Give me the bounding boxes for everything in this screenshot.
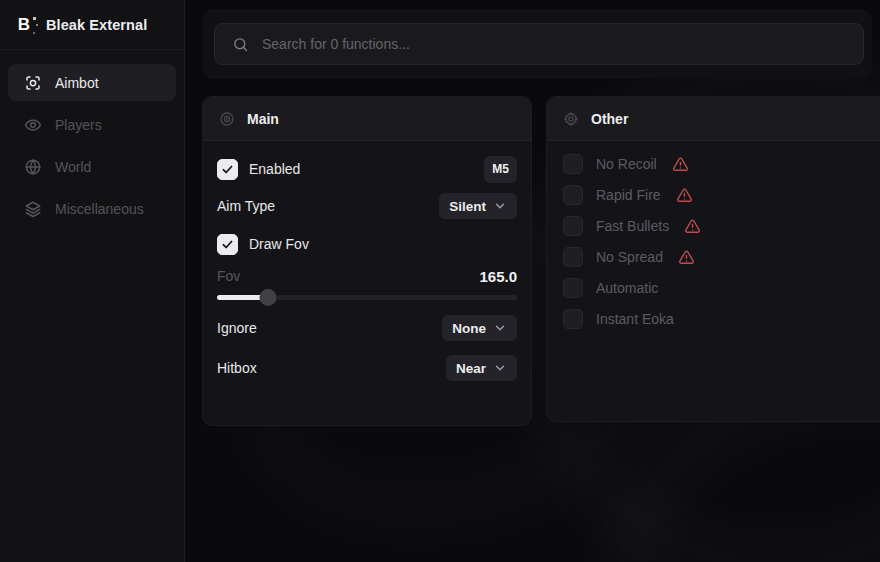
layers-icon [24,200,42,218]
app-logo-icon: B [13,14,35,36]
chevron-down-icon [493,361,507,375]
no-spread-label: No Spread [596,249,663,265]
sidebar-item-aimbot[interactable]: Aimbot [8,64,176,101]
main-panel-header: Main [203,97,531,141]
warning-icon [672,156,689,173]
sidebar-item-world[interactable]: World [8,148,176,185]
main-panel-body: Enabled M5 Aim Type Silent Draw Fov [203,141,531,381]
rapid-fire-label: Rapid Fire [596,187,661,203]
enabled-label: Enabled [249,161,300,177]
sidebar-nav: AimbotPlayersWorldMiscellaneous [0,50,184,241]
enabled-keybind-button[interactable]: M5 [484,156,517,183]
enabled-row: Enabled M5 [217,155,517,183]
aimbot-icon [24,74,42,92]
warning-icon [678,249,695,266]
other-panel-body: No RecoilRapid FireFast BulletsNo Spread… [547,141,880,329]
draw-fov-row: Draw Fov [217,231,517,257]
no-recoil-label: No Recoil [596,156,657,172]
eye-icon [24,116,42,134]
instant-eoka-checkbox[interactable] [563,309,583,329]
other-row-no-spread: No Spread [563,247,875,267]
aim-type-row: Aim Type Silent [217,193,517,219]
logo-letter: B [18,16,30,33]
fov-slider-thumb[interactable] [260,289,277,306]
draw-fov-label: Draw Fov [249,236,309,252]
sidebar-item-miscellaneous[interactable]: Miscellaneous [8,190,176,227]
hitbox-value: Near [456,361,486,376]
panel-title: Main [247,111,279,127]
aim-type-select[interactable]: Silent [439,193,517,219]
warning-icon [684,218,701,235]
hitbox-row: Hitbox Near [217,355,517,381]
fast-bullets-checkbox[interactable] [563,216,583,236]
sidebar-item-label: Miscellaneous [55,201,144,217]
other-row-fast-bullets: Fast Bullets [563,216,875,236]
aim-type-label: Aim Type [217,198,275,214]
app-header: B Bleak External [0,0,184,50]
search-box[interactable] [214,23,864,65]
sidebar-item-label: World [55,159,91,175]
gear-icon [563,111,579,127]
check-icon [221,238,234,251]
warning-icon [676,187,693,204]
ignore-select[interactable]: None [442,315,517,341]
aim-type-value: Silent [449,199,486,214]
automatic-checkbox[interactable] [563,278,583,298]
app-window: B Bleak External AimbotPlayersWorldMisce… [0,0,880,562]
other-panel-header: Other [547,97,880,141]
hitbox-select[interactable]: Near [446,355,517,381]
other-row-automatic: Automatic [563,278,875,298]
chevron-down-icon [493,199,507,213]
no-recoil-checkbox[interactable] [563,154,583,174]
fov-row: Fov 165.0 [217,267,517,285]
other-row-rapid-fire: Rapid Fire [563,185,875,205]
app-title: Bleak External [46,17,147,33]
rapid-fire-checkbox[interactable] [563,185,583,205]
automatic-label: Automatic [596,280,658,296]
ignore-row: Ignore None [217,315,517,341]
sidebar-item-players[interactable]: Players [8,106,176,143]
globe-icon [24,158,42,176]
fov-value: 165.0 [479,268,517,285]
other-row-instant-eoka: Instant Eoka [563,309,875,329]
check-icon [221,163,234,176]
ignore-label: Ignore [217,320,257,336]
search-input[interactable] [262,36,846,52]
search-icon [232,36,249,53]
draw-fov-checkbox[interactable] [217,234,238,255]
main-content: Main Enabled M5 Aim Type Silent [185,0,880,562]
other-panel: Other No RecoilRapid FireFast BulletsNo … [546,96,880,422]
instant-eoka-label: Instant Eoka [596,311,674,327]
sidebar-item-label: Players [55,117,102,133]
fast-bullets-label: Fast Bullets [596,218,669,234]
other-row-no-recoil: No Recoil [563,154,875,174]
ignore-value: None [452,321,486,336]
sidebar: B Bleak External AimbotPlayersWorldMisce… [0,0,185,562]
target-icon [219,111,235,127]
no-spread-checkbox[interactable] [563,247,583,267]
fov-label: Fov [217,268,240,284]
sidebar-item-label: Aimbot [55,75,99,91]
panel-title: Other [591,111,628,127]
hitbox-label: Hitbox [217,360,257,376]
chevron-down-icon [493,321,507,335]
search-panel [202,9,872,79]
main-panel: Main Enabled M5 Aim Type Silent [202,96,532,426]
enabled-checkbox[interactable] [217,159,238,180]
fov-slider[interactable] [217,289,517,306]
